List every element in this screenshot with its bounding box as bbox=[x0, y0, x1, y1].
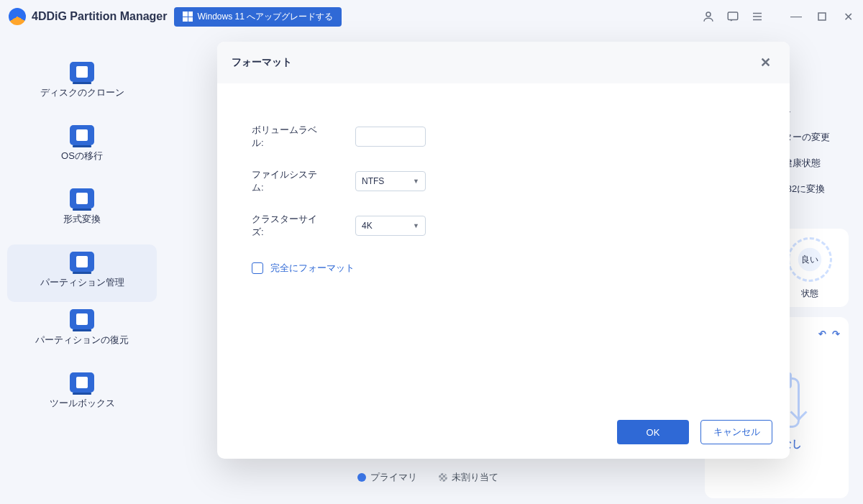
sidebar-item-label: ツールボックス bbox=[50, 397, 115, 410]
full-format-label: 完全にフォーマット bbox=[270, 262, 355, 275]
ok-button[interactable]: OK bbox=[617, 420, 689, 444]
filesystem-label: ファイルシステム: bbox=[252, 168, 327, 194]
full-format-checkbox[interactable]: 完全にフォーマット bbox=[252, 262, 755, 275]
dialog-header: フォーマット ✕ bbox=[217, 42, 790, 83]
menu-icon[interactable] bbox=[751, 10, 764, 23]
svg-point-0 bbox=[706, 12, 711, 17]
cluster-size-select[interactable]: 4K ▼ bbox=[355, 216, 426, 236]
filesystem-value: NTFS bbox=[362, 176, 384, 186]
modal-overlay: フォーマット ✕ ボリュームラベル: ファイルシステム: NTFS ▼ クラスタ… bbox=[144, 42, 863, 504]
volume-label-label: ボリュームラベル: bbox=[252, 124, 327, 150]
upgrade-windows-button[interactable]: Windows 11 へアップグレードする bbox=[174, 7, 342, 27]
cancel-button[interactable]: キャンセル bbox=[700, 420, 772, 444]
convert-icon bbox=[70, 188, 94, 209]
windows-icon bbox=[183, 12, 193, 22]
sidebar: ディスクのクローン OSの移行 形式変換 パーティション管理 パーティションの復… bbox=[0, 33, 164, 504]
sidebar-item-label: ディスクのクローン bbox=[40, 86, 124, 99]
recovery-icon bbox=[70, 309, 94, 329]
cluster-label: クラスターサイズ: bbox=[252, 213, 327, 239]
chevron-down-icon: ▼ bbox=[413, 178, 419, 185]
window-close-icon[interactable]: ✕ bbox=[841, 10, 854, 23]
sidebar-item-partition-manage[interactable]: パーティション管理 bbox=[7, 244, 157, 302]
dialog-close-icon[interactable]: ✕ bbox=[756, 53, 775, 72]
sidebar-item-label: 形式変換 bbox=[63, 213, 101, 226]
volume-label-input[interactable] bbox=[355, 127, 426, 147]
cluster-value: 4K bbox=[362, 221, 373, 231]
sidebar-item-convert[interactable]: 形式変換 bbox=[0, 181, 164, 244]
checkbox-icon bbox=[252, 262, 263, 274]
svg-rect-2 bbox=[818, 13, 826, 20]
dialog-footer: OK キャンセル bbox=[217, 408, 790, 459]
format-dialog: フォーマット ✕ ボリュームラベル: ファイルシステム: NTFS ▼ クラスタ… bbox=[217, 42, 790, 459]
app-title: 4DDiG Partition Manager bbox=[32, 10, 167, 23]
os-migrate-icon bbox=[70, 125, 94, 145]
window-minimize-icon[interactable]: — bbox=[790, 10, 803, 23]
toolbox-icon bbox=[70, 372, 94, 393]
upgrade-label: Windows 11 へアップグレードする bbox=[197, 11, 333, 23]
disk-clone-icon bbox=[70, 62, 94, 82]
sidebar-item-label: パーティション管理 bbox=[40, 276, 124, 289]
sidebar-item-disk-clone[interactable]: ディスクのクローン bbox=[0, 55, 164, 118]
svg-rect-1 bbox=[728, 12, 738, 20]
sidebar-item-label: OSの移行 bbox=[61, 150, 103, 162]
user-icon[interactable] bbox=[702, 10, 715, 23]
filesystem-select[interactable]: NTFS ▼ bbox=[355, 171, 426, 191]
app-logo-icon bbox=[9, 8, 26, 25]
sidebar-item-os-migrate[interactable]: OSの移行 bbox=[0, 118, 164, 181]
feedback-icon[interactable] bbox=[726, 10, 739, 23]
titlebar-actions: — ✕ bbox=[702, 10, 854, 23]
chevron-down-icon: ▼ bbox=[413, 222, 419, 229]
partition-icon bbox=[70, 252, 94, 272]
sidebar-item-partition-recovery[interactable]: パーティションの復元 bbox=[0, 302, 164, 365]
dialog-body: ボリュームラベル: ファイルシステム: NTFS ▼ クラスターサイズ: 4K … bbox=[217, 83, 790, 408]
dialog-title: フォーマット bbox=[232, 56, 292, 69]
window-maximize-icon[interactable] bbox=[816, 10, 828, 23]
titlebar: 4DDiG Partition Manager Windows 11 へアップグ… bbox=[0, 0, 863, 33]
sidebar-item-label: パーティションの復元 bbox=[35, 334, 129, 347]
sidebar-item-toolbox[interactable]: ツールボックス bbox=[0, 365, 164, 429]
